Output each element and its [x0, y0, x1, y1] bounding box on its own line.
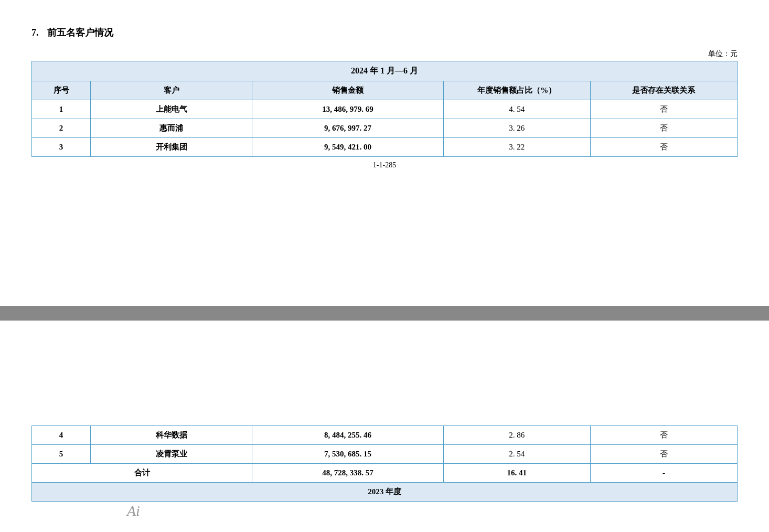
- table-row: 4 科华数据 8, 484, 255. 46 2. 86 否: [32, 426, 738, 445]
- row3-customer: 开利集团: [91, 138, 252, 157]
- row1-relation: 否: [590, 100, 737, 119]
- table-row: 3 开利集团 9, 549, 421. 00 3. 22 否: [32, 138, 738, 157]
- row4-amount: 8, 484, 255. 46: [252, 426, 443, 445]
- table-row: 1 上能电气 13, 486, 979. 69 4. 54 否: [32, 100, 738, 119]
- top-customers-table: 2024 年 1 月—6 月 序号 客户 销售金额 年度销售额占比（%） 是否存…: [31, 61, 738, 157]
- row2-seq: 2: [32, 119, 91, 138]
- col-header-percent: 年度销售额占比（%）: [443, 81, 590, 100]
- row5-customer: 凌霄泵业: [91, 445, 252, 464]
- row3-seq: 3: [32, 138, 91, 157]
- row2-customer: 惠而浦: [91, 119, 252, 138]
- row2-amount: 9, 676, 997. 27: [252, 119, 443, 138]
- col-header-relation: 是否存在关联关系: [590, 81, 737, 100]
- section-number: 7.: [31, 27, 39, 38]
- summary-percent: 16. 41: [443, 464, 590, 483]
- summary-row: 合计 48, 728, 338. 57 16. 41 -: [32, 464, 738, 483]
- row3-relation: 否: [590, 138, 737, 157]
- period-header: 2024 年 1 月—6 月: [32, 61, 738, 81]
- row3-amount: 9, 549, 421. 00: [252, 138, 443, 157]
- ai-label: Ai: [127, 503, 140, 519]
- row1-amount: 13, 486, 979. 69: [252, 100, 443, 119]
- summary-amount: 48, 728, 338. 57: [252, 464, 443, 483]
- row5-percent: 2. 54: [443, 445, 590, 464]
- row5-amount: 7, 530, 685. 15: [252, 445, 443, 464]
- table-row: 5 凌霄泵业 7, 530, 685. 15 2. 54 否: [32, 445, 738, 464]
- col-header-seq: 序号: [32, 81, 91, 100]
- unit-label: 单位：元: [31, 49, 738, 59]
- row4-percent: 2. 86: [443, 426, 590, 445]
- row4-seq: 4: [32, 426, 91, 445]
- summary-relation: -: [590, 464, 737, 483]
- row4-customer: 科华数据: [91, 426, 252, 445]
- col-header-customer: 客户: [91, 81, 252, 100]
- page-number: 1-1-285: [31, 161, 738, 169]
- table-row: 2 惠而浦 9, 676, 997. 27 3. 26 否: [32, 119, 738, 138]
- row1-seq: 1: [32, 100, 91, 119]
- row4-relation: 否: [590, 426, 737, 445]
- row2-percent: 3. 26: [443, 119, 590, 138]
- summary-label: 合计: [32, 464, 252, 483]
- row5-relation: 否: [590, 445, 737, 464]
- row1-customer: 上能电气: [91, 100, 252, 119]
- section-title: 前五名客户情况: [47, 26, 113, 39]
- next-period-row: 2023 年度: [32, 483, 738, 502]
- row3-percent: 3. 22: [443, 138, 590, 157]
- page-break-bar: [0, 306, 769, 321]
- row5-seq: 5: [32, 445, 91, 464]
- next-period-label: 2023 年度: [32, 483, 738, 502]
- col-header-amount: 销售金额: [252, 81, 443, 100]
- row1-percent: 4. 54: [443, 100, 590, 119]
- bottom-customers-table: 4 科华数据 8, 484, 255. 46 2. 86 否 5 凌霄泵业 7,…: [31, 425, 738, 502]
- row2-relation: 否: [590, 119, 737, 138]
